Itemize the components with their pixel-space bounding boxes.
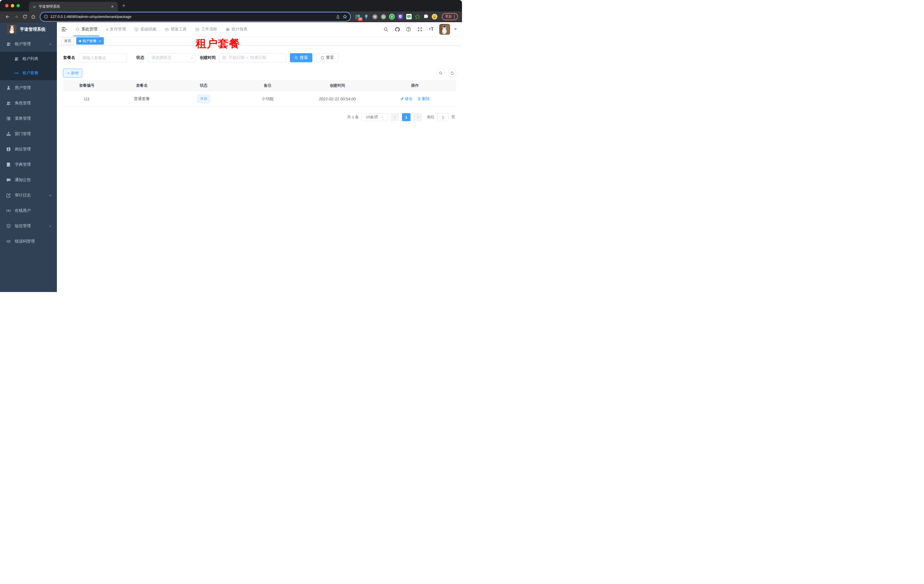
sidebar-item-dept-management[interactable]: 部门管理 xyxy=(0,126,57,141)
app-title: 芋道管理系统 xyxy=(20,27,46,32)
tag-home[interactable]: 首页 xyxy=(61,37,74,44)
tag-label: 租户套餐 xyxy=(83,39,96,43)
peoples-icon xyxy=(14,57,19,61)
ext-puzzle-icon[interactable] xyxy=(423,14,429,20)
back-icon[interactable] xyxy=(4,13,12,20)
sidebar-item-tenant-list[interactable]: 租户列表 xyxy=(0,52,57,66)
sidebar-item-role-management[interactable]: 角色管理 xyxy=(0,95,57,111)
delete-link[interactable]: 删除 xyxy=(417,96,430,102)
sidebar-item-label: 审计日志 xyxy=(15,193,45,198)
sidebar-item-online-users[interactable]: 在线用户 xyxy=(0,203,57,218)
avatar-caret-icon[interactable] xyxy=(454,28,457,30)
header-actions: TT xyxy=(381,22,462,36)
edit-link[interactable]: 修改 xyxy=(400,96,413,102)
page-1-button[interactable]: 1 xyxy=(402,113,411,121)
bookmark-star-icon[interactable] xyxy=(343,14,347,19)
tab-close-icon[interactable]: × xyxy=(110,4,115,9)
sidebar-item-audit-log[interactable]: 审计日志 xyxy=(0,188,57,203)
active-dot xyxy=(79,40,81,42)
browser-update-button[interactable]: 更新 xyxy=(442,13,458,20)
tags-view: 首页 租户套餐 × xyxy=(57,36,462,46)
forward-icon[interactable] xyxy=(13,13,20,20)
sidebar-item-post-management[interactable]: 岗位管理 xyxy=(0,141,57,157)
ext-shield-icon[interactable] xyxy=(398,14,403,20)
date-range-picker[interactable]: 开始日期 - 结束日期 xyxy=(219,53,286,62)
search-icon xyxy=(294,56,298,60)
sidebar-item-notice[interactable]: 通知公告 xyxy=(0,172,57,188)
help-icon[interactable] xyxy=(403,24,414,35)
top-nav-report[interactable]: 统计报表 xyxy=(221,22,252,36)
package-table: 套餐编号 套餐名 状态 备注 创建时间 操作 111 普通套餐 开启 小功能 2… xyxy=(63,80,456,107)
yen-icon: ¥ xyxy=(106,27,108,31)
sidebar-item-tenant-management[interactable]: 租户管理 xyxy=(0,36,57,52)
ext-star-icon[interactable] xyxy=(414,14,421,20)
search-icon[interactable] xyxy=(381,24,391,35)
github-icon[interactable] xyxy=(392,24,402,35)
dict-book-icon xyxy=(6,162,11,167)
ext-recorder-icon[interactable] xyxy=(380,14,386,20)
browser-tab[interactable]: 芋道管理系统 × xyxy=(29,2,118,12)
next-page-button[interactable] xyxy=(413,113,422,121)
sidebar-item-error-code[interactable]: 错误码管理 xyxy=(0,234,57,249)
share-icon[interactable] xyxy=(336,15,340,19)
tree-table-icon xyxy=(6,116,11,121)
ext-chat-icon[interactable] xyxy=(406,14,412,20)
date-separator: - xyxy=(247,56,248,60)
status-select[interactable]: 请选择状态 xyxy=(148,53,196,62)
tag-close-icon[interactable]: × xyxy=(99,39,101,43)
page-size-select[interactable]: 10条/页 xyxy=(361,113,388,121)
sidebar-item-label: 菜单管理 xyxy=(15,116,52,121)
tab-title: 芋道管理系统 xyxy=(39,4,107,9)
browser-menu-kebab-icon[interactable] xyxy=(454,15,455,18)
ext-y-icon[interactable]: Y xyxy=(389,14,395,20)
ext-gem-icon[interactable] xyxy=(363,14,369,20)
url-bar[interactable]: 127.0.0.1:48080/admin-ui/system/tenant/p… xyxy=(40,13,350,21)
reload-icon[interactable] xyxy=(21,13,28,20)
message-icon xyxy=(6,178,11,182)
sidebar-item-tenant-package[interactable]: 租户套餐 xyxy=(0,66,57,80)
sidebar-item-label: 通知公告 xyxy=(15,178,52,183)
refresh-table-button[interactable] xyxy=(448,69,456,77)
zoom-window-button[interactable] xyxy=(16,4,20,7)
top-nav-payment[interactable]: ¥ 支付管理 xyxy=(102,22,130,36)
tag-tenant-package[interactable]: 租户套餐 × xyxy=(76,37,104,44)
sidebar-logo[interactable]: 芋道管理系统 xyxy=(0,22,57,36)
add-button[interactable]: + 新增 xyxy=(63,69,82,77)
prev-page-button[interactable] xyxy=(391,113,399,121)
top-nav-system[interactable]: 系统管理 xyxy=(71,22,102,36)
minimize-window-button[interactable] xyxy=(11,4,14,7)
traffic-lights xyxy=(5,4,20,7)
search-button[interactable]: 搜索 xyxy=(290,53,312,62)
goto-page-input[interactable] xyxy=(437,113,449,121)
ext-downloads-icon[interactable]: 10 xyxy=(355,14,361,20)
sidebar-item-menu-management[interactable]: 菜单管理 xyxy=(0,111,57,126)
sidebar-item-user-management[interactable]: 用户管理 xyxy=(0,80,57,95)
toolbox-icon xyxy=(165,27,169,31)
top-nav-dev-tools[interactable]: 研发工具 xyxy=(160,22,191,36)
search-button-label: 搜索 xyxy=(300,55,308,60)
info-icon[interactable] xyxy=(44,15,48,19)
page-content: 套餐名 状态 请选择状态 创建时间 开始日期 - xyxy=(57,46,462,292)
sidebar-item-dict-management[interactable]: 字典管理 xyxy=(0,157,57,172)
new-tab-button[interactable]: + xyxy=(120,2,127,10)
fullscreen-icon[interactable] xyxy=(415,24,425,35)
top-nav-workflow[interactable]: 工作流程 xyxy=(191,22,221,36)
sidebar-item-sms-management[interactable]: 短信管理 xyxy=(0,218,57,234)
font-size-icon[interactable]: TT xyxy=(426,24,436,35)
sidebar-toggle-icon[interactable] xyxy=(57,22,71,36)
favicon-plant-icon xyxy=(33,5,36,8)
home-icon[interactable] xyxy=(30,13,37,20)
sidebar-item-label: 租户套餐 xyxy=(23,71,38,76)
show-search-toggle-button[interactable] xyxy=(436,69,445,77)
user-avatar[interactable] xyxy=(439,24,450,35)
profile-avatar[interactable] xyxy=(432,14,437,20)
package-name-input[interactable] xyxy=(82,56,123,60)
close-window-button[interactable] xyxy=(5,4,8,7)
chevron-down-icon xyxy=(49,194,52,197)
gear-icon xyxy=(75,27,80,31)
chevron-down-icon xyxy=(190,56,193,59)
reset-button[interactable]: 重置 xyxy=(316,53,338,62)
browser-window: 芋道管理系统 × + 127.0.0.1:48080/admin-ui/syst… xyxy=(0,0,462,292)
top-nav-infra[interactable]: 基础设施 xyxy=(130,22,160,36)
ext-command-icon[interactable]: ⌘ xyxy=(372,14,378,20)
